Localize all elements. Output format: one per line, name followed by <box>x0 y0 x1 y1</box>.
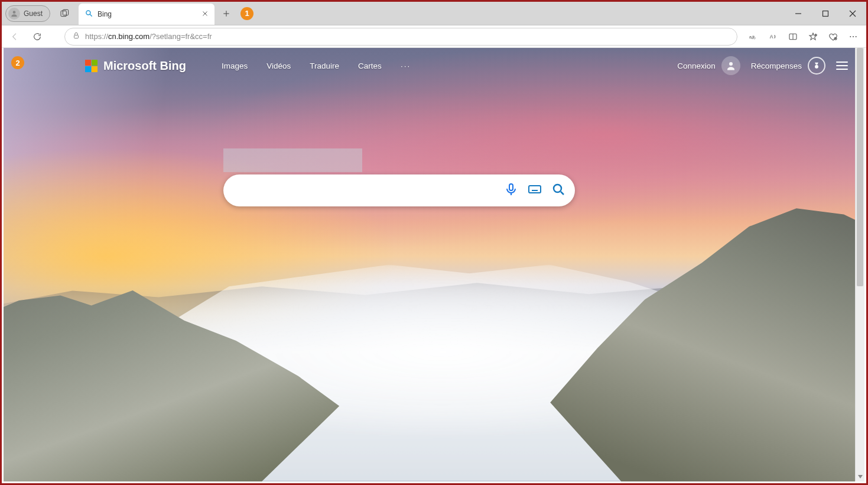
svg-rect-2 <box>63 9 68 15</box>
search-area <box>223 148 575 206</box>
window-maximize-button[interactable] <box>812 2 839 25</box>
rewards-label: Récompenses <box>751 62 802 70</box>
bing-nav: Images Vidéos Traduire Cartes ··· <box>222 62 411 70</box>
window-close-button[interactable] <box>839 2 866 25</box>
scroll-thumb[interactable] <box>857 48 863 286</box>
hamburger-menu-button[interactable] <box>836 62 848 70</box>
svg-point-26 <box>729 62 733 66</box>
nav-more[interactable]: ··· <box>401 62 411 70</box>
search-box[interactable] <box>223 174 575 206</box>
translate-button[interactable]: aあ <box>743 27 762 46</box>
address-bar[interactable]: https://cn.bing.com/?setlang=fr&cc=fr <box>64 28 737 46</box>
bing-favicon-icon <box>84 9 93 20</box>
tab-title: Bing <box>97 10 197 18</box>
search-submit-button[interactable] <box>551 182 565 199</box>
signin-label: Connexion <box>677 62 716 70</box>
guest-avatar-icon <box>8 8 20 20</box>
toolbar-right-group: aあ A <box>743 27 863 46</box>
search-action-icons <box>504 182 565 199</box>
site-lock-icon <box>72 31 80 41</box>
scroll-down-icon[interactable] <box>856 472 864 481</box>
bing-logo-text: Microsoft Bing <box>103 59 186 73</box>
address-url: https://cn.bing.com/?setlang=fr&cc=fr <box>85 32 212 41</box>
vertical-scrollbar[interactable] <box>855 48 864 481</box>
svg-rect-1 <box>61 11 66 16</box>
voice-search-button[interactable] <box>504 182 518 199</box>
signin-group[interactable]: Connexion <box>677 56 740 75</box>
svg-point-23 <box>850 36 851 37</box>
read-aloud-button[interactable]: A <box>763 27 782 46</box>
favorites-button[interactable] <box>804 27 823 46</box>
svg-text:aあ: aあ <box>749 34 756 39</box>
svg-line-37 <box>561 192 564 195</box>
nav-refresh-button[interactable] <box>28 27 47 46</box>
annotation-callout-2: 2 <box>11 56 24 69</box>
bing-logo[interactable]: Microsoft Bing <box>85 59 186 73</box>
keyboard-input-button[interactable] <box>528 182 542 199</box>
browser-titlebar: Guest Bing 1 <box>2 2 866 25</box>
svg-line-4 <box>90 14 92 16</box>
redacted-region <box>223 148 362 172</box>
page-viewport: Microsoft Bing Images Vidéos Traduire Ca… <box>4 48 864 481</box>
browser-toolbar: https://cn.bing.com/?setlang=fr&cc=fr aあ… <box>2 25 866 48</box>
rewards-medal-icon <box>808 57 825 75</box>
svg-text:A: A <box>770 34 773 40</box>
nav-images[interactable]: Images <box>222 62 248 70</box>
search-input[interactable] <box>238 185 504 196</box>
new-tab-button[interactable] <box>218 5 235 22</box>
nav-back-button[interactable] <box>5 27 24 46</box>
window-controls <box>785 2 866 25</box>
microsoft-logo-icon <box>85 60 97 72</box>
nav-maps[interactable]: Cartes <box>358 62 382 70</box>
svg-marker-39 <box>858 475 863 478</box>
tab-close-button[interactable] <box>201 9 209 20</box>
guest-label: Guest <box>24 9 43 18</box>
svg-rect-10 <box>823 11 828 16</box>
split-screen-button[interactable] <box>784 27 802 46</box>
svg-point-24 <box>853 36 854 37</box>
svg-point-0 <box>13 11 16 14</box>
bing-header-right: Connexion Récompenses <box>677 56 848 75</box>
annotated-frame: Guest Bing 1 <box>0 0 868 485</box>
collections-button[interactable] <box>824 27 843 46</box>
profile-guest-pill[interactable]: Guest <box>5 5 50 22</box>
bing-header: Microsoft Bing Images Vidéos Traduire Ca… <box>4 48 864 83</box>
nav-translate[interactable]: Traduire <box>310 62 339 70</box>
rewards-group[interactable]: Récompenses <box>751 57 825 75</box>
svg-point-27 <box>815 65 818 69</box>
user-avatar-icon <box>721 56 740 75</box>
svg-rect-30 <box>529 186 541 193</box>
window-minimize-button[interactable] <box>785 2 812 25</box>
svg-rect-28 <box>509 184 513 190</box>
browser-tab[interactable]: Bing <box>79 4 214 25</box>
svg-point-25 <box>856 36 857 37</box>
annotation-callout-1: 1 <box>240 7 253 20</box>
svg-rect-13 <box>74 35 79 38</box>
svg-point-36 <box>554 185 561 192</box>
more-menu-button[interactable] <box>844 27 863 46</box>
nav-videos[interactable]: Vidéos <box>266 62 291 70</box>
tab-actions-button[interactable] <box>56 5 73 22</box>
